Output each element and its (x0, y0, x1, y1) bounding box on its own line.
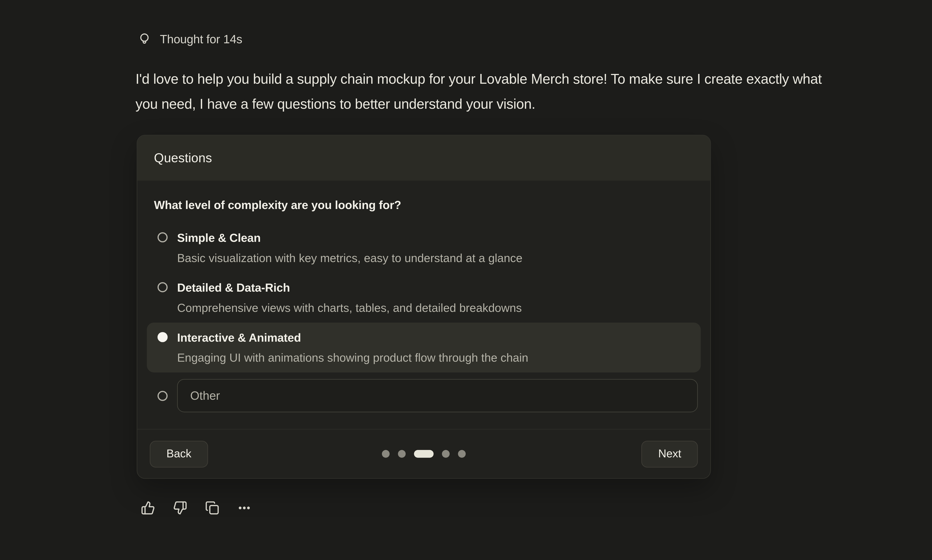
pagination-dots (382, 450, 466, 458)
radio-button[interactable] (157, 332, 168, 342)
lightbulb-icon (137, 32, 152, 46)
questions-card-header: Questions (137, 135, 710, 181)
radio-button[interactable] (157, 391, 168, 401)
message-actions (141, 501, 251, 515)
option-text: Simple & Clean Basic visualization with … (177, 229, 522, 267)
assistant-message-block: Thought for 14s I'd love to help you bui… (0, 0, 932, 560)
option-label: Interactive & Animated (177, 329, 528, 346)
thumbs-up-icon (141, 501, 155, 515)
questions-card: Questions What level of complexity are y… (137, 135, 711, 479)
thinking-summary-toggle[interactable]: Thought for 14s (137, 32, 242, 46)
thumbs-down-icon (173, 501, 187, 515)
option-detailed-data-rich[interactable]: Detailed & Data-Rich Comprehensive views… (147, 273, 701, 323)
pagination-dot-active[interactable] (414, 450, 433, 458)
other-input[interactable] (177, 379, 698, 412)
ellipsis-icon (237, 501, 251, 515)
pagination-dot[interactable] (382, 450, 390, 458)
next-button[interactable]: Next (641, 440, 698, 467)
option-text: Detailed & Data-Rich Comprehensive views… (177, 278, 522, 317)
more-options-button[interactable] (237, 501, 251, 515)
question-text: What level of complexity are you looking… (154, 198, 693, 212)
pagination-dot[interactable] (442, 450, 450, 458)
assistant-message-text: I'd love to help you build a supply chai… (136, 66, 831, 116)
thinking-label: Thought for 14s (160, 32, 242, 46)
option-description: Engaging UI with animations showing prod… (177, 349, 528, 366)
card-title: Questions (154, 151, 212, 165)
option-simple-clean[interactable]: Simple & Clean Basic visualization with … (147, 223, 701, 272)
option-interactive-animated[interactable]: Interactive & Animated Engaging UI with … (147, 323, 701, 372)
options-list: Simple & Clean Basic visualization with … (154, 223, 693, 412)
copy-icon (205, 501, 219, 515)
copy-button[interactable] (205, 501, 219, 515)
option-other[interactable] (147, 379, 701, 412)
option-text: Interactive & Animated Engaging UI with … (177, 329, 528, 367)
pagination-dot[interactable] (398, 450, 406, 458)
questions-card-body: What level of complexity are you looking… (137, 198, 710, 412)
radio-button[interactable] (157, 232, 168, 242)
option-label: Simple & Clean (177, 229, 522, 247)
option-description: Basic visualization with key metrics, ea… (177, 249, 522, 267)
card-footer: Back Next (137, 429, 710, 478)
pagination-dot[interactable] (458, 450, 466, 458)
thumbs-down-button[interactable] (173, 501, 187, 515)
radio-button[interactable] (157, 282, 168, 292)
option-label: Detailed & Data-Rich (177, 278, 522, 297)
option-description: Comprehensive views with charts, tables,… (177, 299, 522, 317)
thumbs-up-button[interactable] (141, 501, 155, 515)
back-button[interactable]: Back (150, 440, 208, 467)
